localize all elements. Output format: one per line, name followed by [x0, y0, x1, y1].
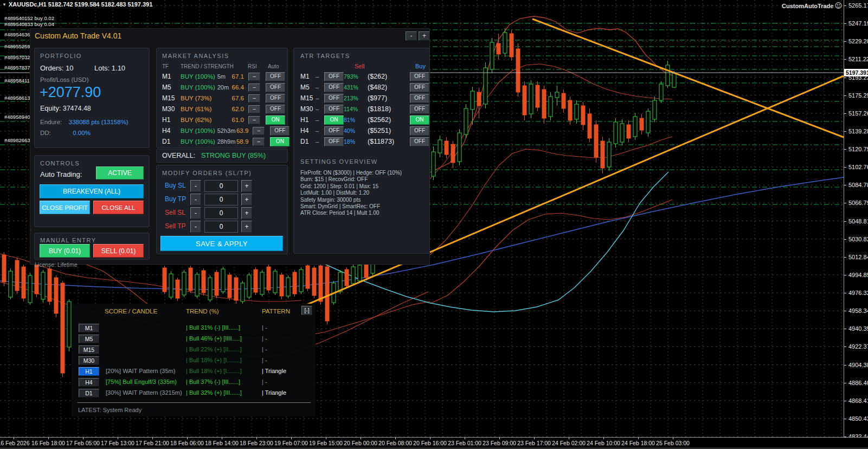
- rsi-minus-button[interactable]: –: [248, 105, 260, 113]
- buy-atr-toggle-button[interactable]: OFF: [410, 72, 429, 81]
- panel-maximize-button[interactable]: +: [419, 31, 430, 41]
- candle-body: [438, 140, 442, 153]
- breakeven-button[interactable]: BREAKEVEN (ALL): [40, 184, 144, 198]
- rsi-value: 67.6: [231, 95, 248, 101]
- candle-body: [581, 106, 585, 125]
- auto-toggle-button[interactable]: ON: [270, 137, 290, 146]
- market-analysis-header: MARKET ANALYSIS: [162, 53, 229, 59]
- increment-button[interactable]: +: [241, 221, 252, 233]
- dash-placeholder: –: [316, 127, 324, 134]
- settings-line: Smart: DynGrid | SmartRec: OFF: [300, 203, 402, 210]
- candle-body: [607, 142, 611, 167]
- tf-button-cell: D1: [79, 388, 106, 398]
- trend-duration: 52h3m: [217, 127, 236, 134]
- sell-atr-toggle-button[interactable]: OFF: [324, 94, 344, 103]
- candle-body: [568, 100, 572, 120]
- buy-atr-toggle-button[interactable]: OFF: [410, 126, 429, 136]
- ea-panel: Custom Auto Trade V4.01 - + PORTFOLIO Or…: [30, 28, 430, 265]
- market-analysis-row: H1BUY (62%)61.0–ON: [157, 114, 288, 125]
- rsi-minus-button[interactable]: –: [248, 94, 260, 102]
- sell-atr-toggle-button[interactable]: ON: [324, 116, 344, 125]
- score-panel-collapse-button[interactable]: [-]: [301, 306, 312, 315]
- rsi-minus-button[interactable]: –: [248, 73, 260, 81]
- price-tick: [844, 239, 846, 240]
- buy-atr-toggle-button[interactable]: ON: [410, 116, 429, 125]
- sell-atr-toggle-button[interactable]: OFF: [324, 72, 344, 81]
- buy-atr-toggle-button[interactable]: OFF: [410, 83, 429, 92]
- timeframe-button[interactable]: M1: [79, 324, 99, 332]
- decrement-button[interactable]: -: [190, 194, 201, 206]
- sell-atr-toggle-button[interactable]: OFF: [324, 105, 344, 114]
- timeframe-button[interactable]: H1: [79, 367, 99, 376]
- save-apply-button[interactable]: SAVE & APPLY: [160, 236, 283, 251]
- auto-toggle-button[interactable]: ON: [266, 116, 285, 125]
- auto-toggle-button[interactable]: OFF: [266, 83, 285, 92]
- manual-buy-button[interactable]: BUY (0.01): [40, 244, 90, 258]
- decrement-button[interactable]: -: [190, 221, 201, 233]
- buy-atr-toggle-button[interactable]: OFF: [410, 137, 429, 146]
- timeframe-button[interactable]: M5: [79, 335, 99, 343]
- increment-button[interactable]: +: [241, 194, 252, 206]
- price-tick: [844, 41, 846, 42]
- candle-body: [351, 267, 355, 284]
- sltp-value-field[interactable]: 0: [204, 221, 238, 233]
- candle-body: [195, 274, 199, 296]
- increment-button[interactable]: +: [241, 207, 252, 219]
- timeframe-button[interactable]: D1: [79, 389, 99, 397]
- buy-atr-toggle-button[interactable]: OFF: [410, 94, 429, 103]
- decrement-button[interactable]: -: [190, 207, 201, 219]
- trend-strength-cell: BUY (100%)5m: [181, 73, 231, 80]
- price-label: 4940.355: [848, 325, 868, 332]
- price-tick: [844, 419, 846, 419]
- modify-order-row: Sell SL-0+: [162, 207, 281, 219]
- price-tick: [844, 113, 846, 114]
- rsi-minus-button[interactable]: –: [248, 116, 260, 124]
- sltp-value-field[interactable]: 0: [204, 207, 238, 219]
- price-label: 5120.750: [848, 146, 868, 152]
- candle-body: [490, 42, 494, 69]
- candle-body: [2, 255, 6, 282]
- modify-order-row: Buy SL-0+: [162, 180, 281, 192]
- price-scale[interactable]: 5265.1755247.1905229.2055211.2205193.235…: [844, 0, 868, 437]
- manual-sell-button[interactable]: SELL (0.01): [93, 244, 144, 258]
- sell-atr-toggle-button[interactable]: OFF: [324, 137, 344, 146]
- decrement-button[interactable]: -: [190, 180, 201, 192]
- candle-body: [555, 92, 559, 98]
- sell-atr-toggle-button[interactable]: OFF: [324, 126, 344, 136]
- price-label: 5102.765: [848, 164, 868, 170]
- order-label: #489540833 buy 0.04: [4, 21, 54, 27]
- rsi-minus-button[interactable]: –: [253, 138, 265, 146]
- time-tick: [222, 438, 222, 439]
- price-label: 4904.385: [848, 362, 868, 368]
- price-label: 5012.840: [848, 254, 868, 260]
- close-profit-button[interactable]: CLOSE PROFIT: [40, 201, 90, 214]
- panel-minimize-button[interactable]: -: [406, 31, 417, 41]
- auto-toggle-button[interactable]: OFF: [266, 72, 285, 81]
- buy-atr-toggle-button[interactable]: OFF: [410, 105, 429, 114]
- sltp-value-field[interactable]: 0: [204, 194, 238, 206]
- candle-body: [306, 266, 310, 288]
- auto-toggle-button[interactable]: OFF: [270, 126, 290, 136]
- time-tick: [499, 438, 500, 439]
- increment-button[interactable]: +: [241, 180, 252, 192]
- timeframe-button[interactable]: M30: [79, 356, 99, 365]
- col-buy: Buy: [415, 63, 426, 69]
- timeframe-button[interactable]: H4: [79, 378, 99, 387]
- sltp-value-field[interactable]: 0: [204, 180, 238, 192]
- sell-atr-toggle-button[interactable]: OFF: [324, 83, 344, 92]
- auto-trading-status-button[interactable]: ACTIVE: [96, 166, 144, 179]
- auto-toggle-button[interactable]: OFF: [266, 94, 285, 103]
- dash-placeholder: –: [316, 95, 324, 101]
- candle-body: [293, 272, 297, 294]
- close-all-button[interactable]: CLOSE ALL: [93, 201, 144, 214]
- auto-toggle-button[interactable]: OFF: [266, 105, 285, 114]
- trend-strength-cell: BUY (61%): [181, 106, 231, 112]
- trend-strength-cell: BUY (100%)20m: [181, 84, 231, 91]
- rsi-minus-button[interactable]: –: [248, 84, 260, 92]
- timeframe-button[interactable]: M15: [79, 345, 99, 354]
- price-label: 4886.400: [848, 380, 868, 386]
- time-tick: [361, 438, 361, 439]
- rsi-minus-button[interactable]: –: [253, 127, 265, 135]
- score-col-header: SCORE / CANDLE: [105, 308, 157, 315]
- pattern-col-header: PATTERN: [262, 308, 290, 315]
